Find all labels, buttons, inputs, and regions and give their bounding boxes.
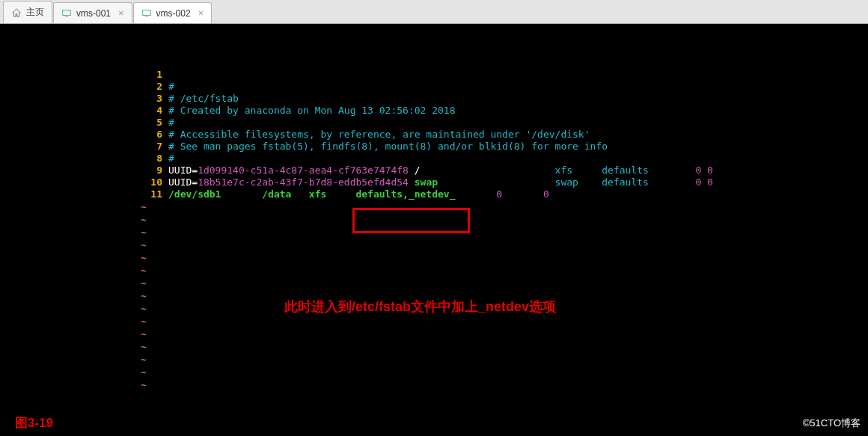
code-text: 0 0 xyxy=(695,165,712,176)
line-number: 4 xyxy=(0,105,168,117)
terminal-editor[interactable]: 12#3# /etc/fstab4# Created by anaconda o… xyxy=(0,24,868,436)
code-text: # See man pages fstab(5), findfs(8), mou… xyxy=(168,141,608,153)
code-text: 0 0 xyxy=(695,176,712,188)
svg-rect-0 xyxy=(63,10,71,15)
line-number: 11 xyxy=(0,188,168,200)
empty-line-tilde: ~ xyxy=(0,328,868,340)
code-text: xfs defaults xyxy=(555,165,696,176)
code-text: # /etc/fstab xyxy=(168,93,239,105)
code-text: # xyxy=(168,81,174,93)
code-text: # Created by anaconda on Mon Aug 13 02:5… xyxy=(168,105,456,117)
editor-line: 11/dev/sdb1 /data xfs defaults,_netdev_ … xyxy=(0,188,868,200)
empty-line-tilde: ~ xyxy=(0,213,868,226)
tab-home[interactable]: 主页 xyxy=(3,1,52,23)
editor-line: 5# xyxy=(0,117,868,129)
tab-vms-002[interactable]: vms-002 × xyxy=(133,2,213,23)
code-text: UUID= xyxy=(168,176,198,188)
code-text: 18b51e7c-c2ab-43f7-b7d8-eddb5efd4d54 xyxy=(198,176,409,188)
empty-line-tilde: ~ xyxy=(0,315,868,328)
empty-line-tilde: ~ xyxy=(0,378,868,391)
tab-label: vms-002 xyxy=(156,8,191,19)
empty-line-tilde: ~ xyxy=(0,226,868,239)
editor-line: 3# /etc/fstab xyxy=(0,93,868,105)
line-number: 8 xyxy=(0,153,168,165)
line-number: 10 xyxy=(0,176,168,188)
empty-line-tilde: ~ xyxy=(0,353,868,366)
empty-line-tilde: ~ xyxy=(0,264,868,277)
editor-line: 6# Accessible filesystems, by reference,… xyxy=(0,129,868,141)
empty-line-tilde: ~ xyxy=(0,366,868,378)
tab-label: vms-001 xyxy=(76,8,111,19)
line-number: 6 xyxy=(0,129,168,141)
empty-line-tilde: ~ xyxy=(0,251,868,264)
home-icon xyxy=(11,7,22,18)
line-number: 1 xyxy=(0,69,168,81)
empty-line-tilde: ~ xyxy=(0,239,868,251)
code-text: 1d099140-c51a-4c87-aea4-cf763e7474f8 xyxy=(198,165,409,176)
code-text: swap xyxy=(409,176,555,188)
editor-line: 2# xyxy=(0,81,868,93)
tab-label: 主页 xyxy=(26,6,44,19)
line-number: 3 xyxy=(0,93,168,105)
empty-line-tilde: ~ xyxy=(0,340,868,353)
close-icon[interactable]: × xyxy=(198,7,204,19)
editor-line: 7# See man pages fstab(5), findfs(8), mo… xyxy=(0,141,868,153)
editor-line: 10UUID=18b51e7c-c2ab-43f7-b7d8-eddb5efd4… xyxy=(0,176,868,188)
editor-line: 8# xyxy=(0,153,868,165)
code-text: swap defaults xyxy=(555,176,696,188)
editor-line: 4# Created by anaconda on Mon Aug 13 02:… xyxy=(0,105,868,117)
editor-line: 9UUID=1d099140-c51a-4c87-aea4-cf763e7474… xyxy=(0,165,868,176)
annotation-text: 此时进入到/etc/fstab文件中加上_netdev选项 xyxy=(284,298,556,316)
editor-line: 1 xyxy=(0,69,868,81)
svg-rect-2 xyxy=(142,10,150,15)
svg-rect-1 xyxy=(65,16,68,16)
code-text: /dev/sdb1 /data xfs defaults,_netdev_ xyxy=(168,188,496,200)
line-number: 5 xyxy=(0,117,168,129)
svg-rect-3 xyxy=(145,16,148,16)
close-icon[interactable]: × xyxy=(118,7,124,19)
tab-bar: 主页 vms-001 × vms-002 × xyxy=(0,0,868,24)
code-text: # xyxy=(168,153,174,165)
watermark: ©51CTO博客 xyxy=(803,417,861,430)
monitor-icon xyxy=(141,8,152,19)
figure-label: 图3-19 xyxy=(15,414,53,432)
code-text: / xyxy=(409,165,555,176)
empty-line-tilde: ~ xyxy=(0,200,868,213)
code-text: 0 0 xyxy=(496,188,548,200)
code-text: # xyxy=(168,117,174,129)
line-number: 2 xyxy=(0,81,168,93)
monitor-icon xyxy=(61,8,72,19)
line-number: 7 xyxy=(0,141,168,153)
empty-line-tilde: ~ xyxy=(0,277,868,289)
code-text: UUID= xyxy=(168,165,198,176)
tab-vms-001[interactable]: vms-001 × xyxy=(53,2,132,23)
code-text: # Accessible filesystems, by reference, … xyxy=(168,129,590,141)
line-number: 9 xyxy=(0,165,168,176)
